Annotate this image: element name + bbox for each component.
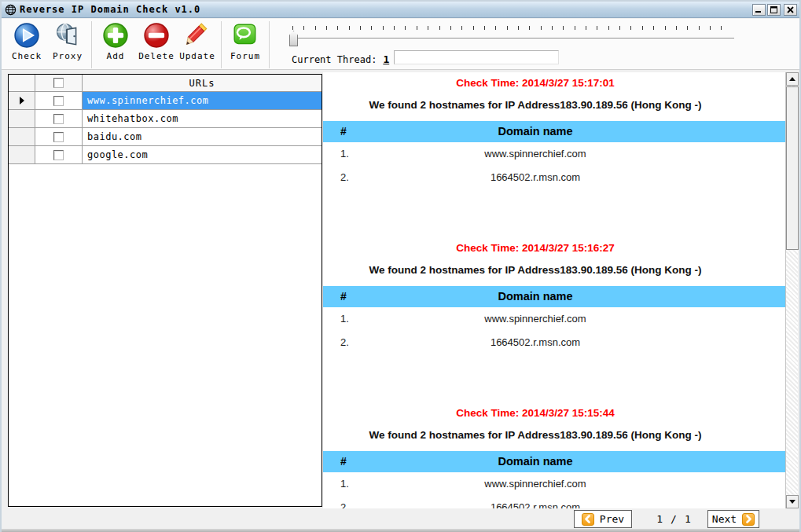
scrollbar-thumb[interactable]	[786, 86, 799, 250]
maximize-icon	[770, 6, 777, 13]
result-row: 1. www.spinnerchief.com	[323, 472, 785, 496]
checkbox-cell	[35, 128, 83, 146]
result-block: Check Time: 2014/3/27 15:15:44 We found …	[323, 402, 785, 508]
check-time: Check Time: 2014/3/27 15:15:44	[323, 407, 785, 420]
url-row[interactable]: google.com	[9, 146, 322, 164]
maximize-button[interactable]	[767, 4, 781, 16]
result-block: Check Time: 2014/3/27 15:16:27 We found …	[323, 237, 785, 354]
result-domain: 1664502.r.msn.com	[323, 496, 785, 508]
result-table-header: # Domain name	[323, 451, 785, 472]
thread-slider[interactable]	[289, 38, 734, 39]
result-row-number: 1.	[340, 472, 349, 496]
delete-minus-icon	[143, 21, 170, 50]
result-domain: www.spinnerchief.com	[323, 307, 785, 331]
url-list-panel: URLs www.spinnerchief.com white	[8, 74, 322, 507]
row-indicator-cell	[9, 110, 35, 128]
update-pencil-icon	[184, 21, 211, 50]
result-domain: 1664502.r.msn.com	[323, 166, 785, 189]
result-row-number: 2.	[340, 166, 349, 189]
page-separator: /	[671, 513, 677, 525]
forum-button[interactable]: Forum	[225, 21, 266, 67]
app-window: Reverse IP Domain Check v1.0 Check	[0, 0, 801, 532]
update-button[interactable]: Update	[177, 21, 218, 67]
close-button[interactable]	[784, 4, 797, 16]
row-indicator-cell	[9, 92, 35, 110]
toolbar-separator	[221, 21, 222, 68]
prev-button[interactable]: Prev	[574, 510, 632, 528]
url-cell[interactable]: baidu.com	[83, 128, 322, 146]
result-summary: We found 2 hostnames for IP Address183.9…	[323, 99, 785, 112]
url-row[interactable]: baidu.com	[9, 128, 322, 146]
thread-label: Current Thread:	[292, 54, 377, 65]
page-total: 1	[685, 513, 691, 525]
results-scrollbar[interactable]	[785, 72, 798, 508]
proxy-button[interactable]: Proxy	[47, 21, 88, 67]
row-indicator-cell	[9, 146, 35, 164]
scroll-down-button[interactable]	[786, 495, 799, 508]
current-row-icon	[20, 97, 24, 105]
toolbar-separator	[91, 21, 92, 68]
minimize-button[interactable]	[752, 4, 766, 16]
minimize-icon	[755, 6, 762, 13]
result-row-number: 1.	[340, 307, 349, 331]
next-button[interactable]: Next	[707, 510, 759, 528]
url-cell[interactable]: www.spinnerchief.com	[83, 92, 322, 110]
url-row[interactable]: whitehatbox.com	[9, 110, 322, 128]
check-play-icon	[13, 21, 40, 50]
slider-thumb[interactable]	[289, 31, 298, 46]
next-label: Next	[712, 513, 737, 525]
result-row: 1. www.spinnerchief.com	[323, 142, 785, 166]
result-row-number: 2.	[340, 496, 349, 508]
result-summary: We found 2 hostnames for IP Address183.9…	[323, 429, 785, 442]
grid-corner-cell	[9, 75, 35, 92]
result-row: 2. 1664502.r.msn.com	[323, 496, 785, 508]
forum-chat-icon	[232, 21, 259, 50]
result-row: 2. 1664502.r.msn.com	[323, 166, 785, 189]
pagination-bar: Prev 1 / 1 Next	[2, 508, 799, 530]
domain-column-header: Domain name	[323, 286, 785, 307]
domain-column-header: Domain name	[323, 121, 785, 142]
checkbox-cell	[35, 110, 83, 128]
delete-button[interactable]: Delete	[136, 21, 177, 67]
toolbar-separator	[269, 21, 270, 68]
result-row-number: 2.	[340, 331, 349, 354]
checkbox-cell	[35, 146, 83, 164]
url-cell[interactable]: google.com	[83, 146, 322, 164]
result-summary: We found 2 hostnames for IP Address183.9…	[323, 264, 785, 277]
close-icon	[787, 6, 794, 13]
check-button[interactable]: Check	[6, 21, 47, 67]
scroll-up-button[interactable]	[786, 72, 799, 86]
result-domain: www.spinnerchief.com	[323, 142, 785, 166]
check-time: Check Time: 2014/3/27 15:17:01	[323, 77, 785, 90]
scroll-down-icon	[789, 500, 795, 504]
check-time: Check Time: 2014/3/27 15:16:27	[323, 242, 785, 255]
results-panel[interactable]: Check Time: 2014/3/27 15:17:01 We found …	[323, 72, 785, 508]
result-row: 1. www.spinnerchief.com	[323, 307, 785, 331]
page-indicator: 1 / 1	[645, 510, 703, 528]
urls-column-header[interactable]: URLs	[83, 75, 322, 92]
slider-ticks	[292, 26, 733, 30]
url-row[interactable]: www.spinnerchief.com	[9, 92, 322, 110]
result-domain: 1664502.r.msn.com	[323, 331, 785, 354]
url-checkbox[interactable]	[53, 96, 64, 106]
url-checkbox[interactable]	[53, 150, 64, 160]
url-checkbox[interactable]	[53, 114, 64, 124]
grid-header-row: URLs	[9, 75, 322, 92]
thread-panel: Current Thread: 1	[286, 22, 742, 69]
title-bar: Reverse IP Domain Check v1.0	[2, 2, 799, 18]
url-checkbox[interactable]	[53, 132, 64, 142]
prev-arrow-icon	[582, 513, 594, 526]
result-row-number: 1.	[340, 142, 349, 166]
result-table-header: # Domain name	[323, 121, 785, 142]
result-domain: www.spinnerchief.com	[323, 472, 785, 496]
url-cell[interactable]: whitehatbox.com	[83, 110, 322, 128]
select-all-checkbox[interactable]	[53, 78, 64, 88]
add-plus-icon	[102, 21, 129, 50]
thread-input[interactable]	[394, 50, 559, 64]
checkbox-cell	[35, 92, 83, 110]
proxy-globe-icon	[54, 21, 81, 50]
scroll-up-icon	[789, 77, 795, 81]
page-current: 1	[656, 513, 663, 525]
hash-column-header: #	[340, 121, 347, 142]
add-button[interactable]: Add	[95, 21, 136, 67]
